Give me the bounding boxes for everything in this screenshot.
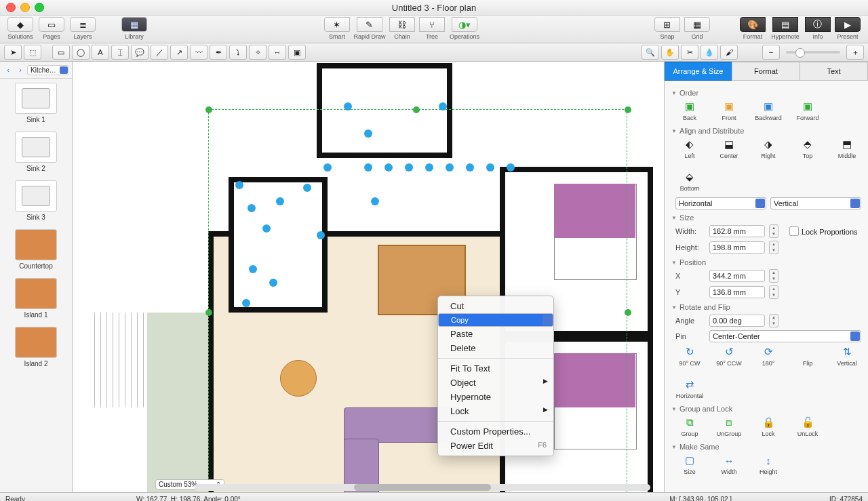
drawing-canvas[interactable]: CutCopyPasteDeleteFit To TextObjectHyper… xyxy=(73,62,664,492)
library-shape-1[interactable]: Sink 2 xyxy=(0,127,72,176)
menu-item-lock[interactable]: Lock xyxy=(438,404,553,418)
rotate-90cw-button[interactable]: ↻90° CW xyxy=(675,345,704,367)
group-section-header[interactable]: Group and Lock xyxy=(671,405,861,413)
pan-tool[interactable]: ✋ xyxy=(661,45,679,60)
tree-button[interactable]: ⑂Tree xyxy=(417,17,447,40)
connector-tool[interactable]: ⤵ xyxy=(229,45,247,60)
pen-tool[interactable]: ✒ xyxy=(210,45,227,60)
tab-text[interactable]: Text xyxy=(800,62,868,81)
pages-button[interactable]: ▭Pages xyxy=(37,17,66,40)
menu-item-delete[interactable]: Delete xyxy=(438,341,553,355)
chain-button[interactable]: ⛓Chain xyxy=(387,17,417,40)
operations-button[interactable]: ◑▾Operations xyxy=(447,17,482,40)
rotate-90ccw-button[interactable]: ↺90° CCW xyxy=(715,345,743,367)
zoom-tool[interactable]: 🔍 xyxy=(642,45,659,60)
smart-button[interactable]: ✶Smart xyxy=(322,17,352,40)
present-button[interactable]: ▶Present xyxy=(833,17,863,40)
menu-item-object[interactable]: Object xyxy=(438,376,553,390)
container-tool[interactable]: ▣ xyxy=(288,45,306,60)
pin-select[interactable]: Center-Center xyxy=(709,330,861,342)
text-select-tool[interactable]: ⬚ xyxy=(24,45,41,60)
distribute-horizontal-select[interactable]: Horizontal xyxy=(675,197,766,209)
library-button[interactable]: ▦Library xyxy=(117,17,152,40)
lock-button[interactable]: 🔒Lock xyxy=(754,416,783,437)
snap-button[interactable]: ⊞Snap xyxy=(652,17,682,40)
menu-item-hypernote[interactable]: Hypernote xyxy=(438,390,553,404)
align-left-button[interactable]: ⬖Left xyxy=(675,138,704,159)
align-center-button[interactable]: ⬓Center xyxy=(715,138,743,159)
close-window-button[interactable] xyxy=(6,3,16,12)
height-input[interactable]: 198.8 mm xyxy=(709,241,765,254)
library-forward-button[interactable]: › xyxy=(15,64,26,75)
same-height-button[interactable]: ↕Height xyxy=(754,454,783,475)
unlock-button[interactable]: 🔓UnLock xyxy=(793,416,822,437)
pointer-tool[interactable]: ➤ xyxy=(4,45,22,60)
library-shape-5[interactable]: Island 2 xyxy=(0,323,72,372)
line-tool[interactable]: ／ xyxy=(151,45,168,60)
solutions-button[interactable]: ◆Solutions xyxy=(5,17,35,40)
paint-tool[interactable]: 🖌 xyxy=(720,45,738,60)
same-size-button[interactable]: ▢Size xyxy=(675,454,704,475)
menu-item-cut[interactable]: Cut xyxy=(438,299,553,313)
callout-tool[interactable]: 💬 xyxy=(131,45,149,60)
width-stepper[interactable]: ▲▼ xyxy=(769,224,778,238)
rotate-180-button[interactable]: ⟳180° xyxy=(754,345,783,367)
make-same-section-header[interactable]: Make Same xyxy=(671,443,861,451)
library-shape-4[interactable]: Island 1 xyxy=(0,274,72,323)
text-tool[interactable]: A xyxy=(92,45,109,60)
hypernote-panel-button[interactable]: ▤Hypernote xyxy=(768,17,803,40)
rapid-draw-button[interactable]: ✎Rapid Draw xyxy=(352,17,387,40)
zoom-slider[interactable] xyxy=(786,51,840,54)
angle-stepper[interactable]: ▲▼ xyxy=(769,314,778,327)
flip-horizontal-button[interactable]: ⇄Horizontal xyxy=(675,378,704,399)
align-bottom-button[interactable]: ⬙Bottom xyxy=(675,170,704,192)
library-shape-3[interactable]: Countertop xyxy=(0,225,72,274)
measure-tool[interactable]: ↔ xyxy=(269,45,286,60)
size-section-header[interactable]: Size xyxy=(671,214,861,222)
ungroup-button[interactable]: ⧈UnGroup xyxy=(715,416,743,437)
angle-input[interactable]: 0.00 deg xyxy=(709,315,765,327)
ellipse-tool[interactable]: ◯ xyxy=(72,45,90,60)
menu-item-copy[interactable]: Copy xyxy=(438,313,553,327)
menu-item-power-edit[interactable]: Power EditF6 xyxy=(438,439,553,453)
layers-button[interactable]: ≣Layers xyxy=(68,17,98,40)
position-section-header[interactable]: Position xyxy=(671,258,861,266)
curve-tool[interactable]: 〰 xyxy=(190,45,208,60)
edit-points-tool[interactable]: ✧ xyxy=(249,45,267,60)
lock-proportions-checkbox[interactable] xyxy=(789,226,799,236)
arrow-tool[interactable]: ↗ xyxy=(170,45,188,60)
tab-format[interactable]: Format xyxy=(732,62,800,81)
menu-item-paste[interactable]: Paste xyxy=(438,327,553,341)
zoom-out-button[interactable]: − xyxy=(762,45,780,60)
library-back-button[interactable]: ‹ xyxy=(3,64,14,75)
horizontal-scrollbar[interactable] xyxy=(195,484,650,491)
library-shape-0[interactable]: Sink 1 xyxy=(0,79,72,127)
y-input[interactable]: 136.8 mm xyxy=(709,286,765,298)
send-backward-button[interactable]: ▣Backward xyxy=(754,100,783,121)
zoom-in-button[interactable]: ＋ xyxy=(846,45,864,60)
tab-arrange-size[interactable]: Arrange & Size xyxy=(664,62,732,81)
grid-button[interactable]: ▦Grid xyxy=(682,17,712,40)
rectangle-tool[interactable]: ▭ xyxy=(52,45,70,60)
align-right-button[interactable]: ⬗Right xyxy=(754,138,783,159)
library-crumb-select[interactable]: Kitche… xyxy=(27,65,69,75)
info-panel-button[interactable]: ⓘInfo xyxy=(803,17,833,40)
bring-forward-button[interactable]: ▣Forward xyxy=(793,100,822,121)
group-button[interactable]: ⧉Group xyxy=(675,416,704,437)
bring-to-front-button[interactable]: ▣Front xyxy=(715,100,743,121)
send-to-back-button[interactable]: ▣Back xyxy=(675,100,704,121)
x-input[interactable]: 344.2 mm xyxy=(709,270,765,282)
distribute-vertical-select[interactable]: Vertical xyxy=(770,197,861,209)
library-shape-2[interactable]: Sink 3 xyxy=(0,176,72,225)
menu-item-fit-to-text[interactable]: Fit To Text xyxy=(438,361,553,376)
same-width-button[interactable]: ↔Width xyxy=(715,454,743,475)
width-input[interactable]: 162.8 mm xyxy=(709,225,765,237)
align-section-header[interactable]: Align and Distribute xyxy=(671,127,861,135)
x-stepper[interactable]: ▲▼ xyxy=(769,269,778,283)
minimize-window-button[interactable] xyxy=(20,3,30,12)
align-top-button[interactable]: ⬘Top xyxy=(793,138,822,159)
menu-item-custom-properties-[interactable]: Custom Properties... xyxy=(438,424,553,439)
y-stepper[interactable]: ▲▼ xyxy=(769,285,778,299)
align-middle-button[interactable]: ⬒Middle xyxy=(833,138,861,159)
flip-vertical-button[interactable]: ⇅Vertical xyxy=(833,345,861,367)
